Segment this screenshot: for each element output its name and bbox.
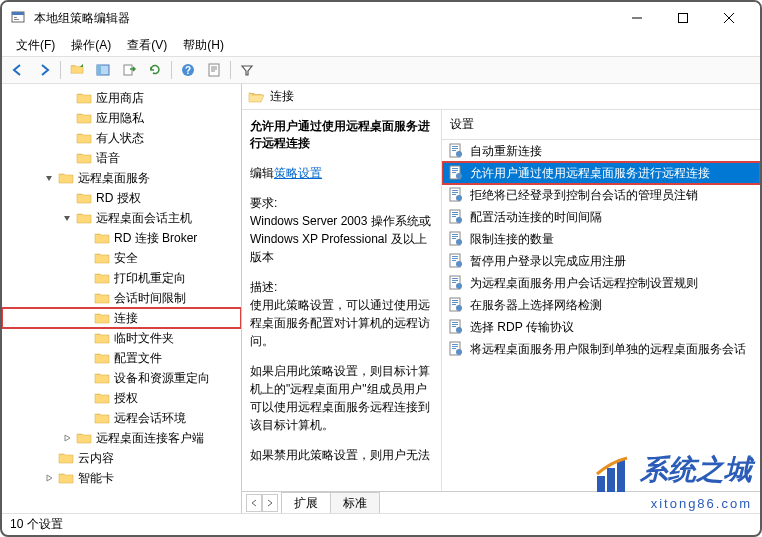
tree-label: 远程桌面服务 (78, 170, 150, 187)
tree-expander-icon[interactable] (42, 451, 56, 465)
folder-open-icon (248, 90, 264, 104)
refresh-button[interactable] (143, 59, 167, 81)
tree-expander-icon[interactable] (78, 311, 92, 325)
tree-label: 临时文件夹 (114, 330, 174, 347)
tree-expander-icon[interactable] (42, 471, 56, 485)
maximize-button[interactable] (660, 2, 706, 34)
tree-expander-icon[interactable] (42, 171, 56, 185)
help-button[interactable]: ? (176, 59, 200, 81)
close-button[interactable] (706, 2, 752, 34)
tree-item[interactable]: 打印机重定向 (2, 268, 241, 288)
tree-item[interactable]: 远程桌面连接客户端 (2, 428, 241, 448)
tree-expander-icon[interactable] (60, 191, 74, 205)
tree-expander-icon[interactable] (60, 131, 74, 145)
tree-expander-icon[interactable] (78, 351, 92, 365)
export-button[interactable] (117, 59, 141, 81)
tab-next-button[interactable] (262, 494, 278, 512)
folder-icon (94, 291, 110, 305)
setting-row[interactable]: 配置活动连接的时间间隔 (442, 206, 760, 228)
folder-icon (94, 311, 110, 325)
settings-header[interactable]: 设置 (442, 110, 760, 140)
tree-item[interactable]: RD 授权 (2, 188, 241, 208)
tree-expander-icon[interactable] (78, 251, 92, 265)
tree-expander-icon[interactable] (60, 111, 74, 125)
folder-icon (58, 171, 74, 185)
tab-prev-button[interactable] (246, 494, 262, 512)
titlebar: 本地组策略编辑器 (2, 2, 760, 34)
description-label: 描述: (250, 278, 433, 296)
tree-item[interactable]: 远程桌面会话主机 (2, 208, 241, 228)
policy-icon (448, 231, 464, 247)
setting-row[interactable]: 选择 RDP 传输协议 (442, 316, 760, 338)
menu-help[interactable]: 帮助(H) (177, 35, 230, 56)
forward-button[interactable] (32, 59, 56, 81)
tree-expander-icon[interactable] (60, 431, 74, 445)
tree-expander-icon[interactable] (78, 331, 92, 345)
tree-item[interactable]: 应用隐私 (2, 108, 241, 128)
menu-view[interactable]: 查看(V) (121, 35, 173, 56)
tree-expander-icon[interactable] (60, 91, 74, 105)
description-text-1: 使用此策略设置，可以通过使用远程桌面服务配置对计算机的远程访问。 (250, 296, 433, 350)
tree-item[interactable]: 云内容 (2, 448, 241, 468)
tree-expander-icon[interactable] (78, 371, 92, 385)
policy-icon (448, 187, 464, 203)
tree-item[interactable]: 配置文件 (2, 348, 241, 368)
folder-icon (94, 251, 110, 265)
tree-item[interactable]: 连接 (2, 308, 241, 328)
folder-icon (94, 271, 110, 285)
properties-button[interactable] (202, 59, 226, 81)
tree-item[interactable]: 有人状态 (2, 128, 241, 148)
tab-standard[interactable]: 标准 (330, 492, 380, 514)
setting-row[interactable]: 允许用户通过使用远程桌面服务进行远程连接 (442, 162, 760, 184)
minimize-button[interactable] (614, 2, 660, 34)
tree-label: 有人状态 (96, 130, 144, 147)
folder-icon (94, 391, 110, 405)
tree-expander-icon[interactable] (60, 211, 74, 225)
tree-item[interactable]: 会话时间限制 (2, 288, 241, 308)
tree-item[interactable]: 安全 (2, 248, 241, 268)
setting-row[interactable]: 暂停用户登录以完成应用注册 (442, 250, 760, 272)
folder-icon (94, 371, 110, 385)
tree-item[interactable]: 远程会话环境 (2, 408, 241, 428)
setting-row[interactable]: 将远程桌面服务用户限制到单独的远程桌面服务会话 (442, 338, 760, 360)
tree-expander-icon[interactable] (78, 231, 92, 245)
menu-file[interactable]: 文件(F) (10, 35, 61, 56)
setting-label: 限制连接的数量 (470, 231, 554, 248)
edit-policy-link[interactable]: 策略设置 (274, 166, 322, 180)
tree-item[interactable]: RD 连接 Broker (2, 228, 241, 248)
tree-expander-icon[interactable] (78, 271, 92, 285)
tree-item[interactable]: 授权 (2, 388, 241, 408)
up-button[interactable] (65, 59, 89, 81)
tree-expander-icon[interactable] (78, 411, 92, 425)
back-button[interactable] (6, 59, 30, 81)
requirements-text: Windows Server 2003 操作系统或 Windows XP Pro… (250, 212, 433, 266)
description-column: 允许用户通过使用远程桌面服务进行远程连接 编辑策略设置 要求: Windows … (242, 110, 442, 491)
folder-icon (94, 351, 110, 365)
folder-icon (76, 111, 92, 125)
setting-row[interactable]: 自动重新连接 (442, 140, 760, 162)
setting-row[interactable]: 限制连接的数量 (442, 228, 760, 250)
tree-expander-icon[interactable] (60, 151, 74, 165)
setting-row[interactable]: 为远程桌面服务用户会话远程控制设置规则 (442, 272, 760, 294)
tree-item[interactable]: 临时文件夹 (2, 328, 241, 348)
tree-item[interactable]: 远程桌面服务 (2, 168, 241, 188)
policy-icon (448, 275, 464, 291)
filter-button[interactable] (235, 59, 259, 81)
tree-item[interactable]: 语音 (2, 148, 241, 168)
setting-row[interactable]: 在服务器上选择网络检测 (442, 294, 760, 316)
tree-expander-icon[interactable] (78, 391, 92, 405)
tree-expander-icon[interactable] (78, 291, 92, 305)
tree-label: 应用商店 (96, 90, 144, 107)
tab-extended[interactable]: 扩展 (281, 492, 331, 514)
setting-row[interactable]: 拒绝将已经登录到控制台会话的管理员注销 (442, 184, 760, 206)
menu-action[interactable]: 操作(A) (65, 35, 117, 56)
tree-item[interactable]: 智能卡 (2, 468, 241, 488)
svg-text:?: ? (185, 65, 191, 76)
tree-item[interactable]: 设备和资源重定向 (2, 368, 241, 388)
svg-rect-14 (97, 65, 101, 75)
tree-panel[interactable]: 应用商店应用隐私有人状态语音远程桌面服务RD 授权远程桌面会话主机RD 连接 B… (2, 84, 242, 513)
folder-icon (58, 451, 74, 465)
tree-item[interactable]: 应用商店 (2, 88, 241, 108)
show-hide-button[interactable] (91, 59, 115, 81)
folder-icon (76, 91, 92, 105)
